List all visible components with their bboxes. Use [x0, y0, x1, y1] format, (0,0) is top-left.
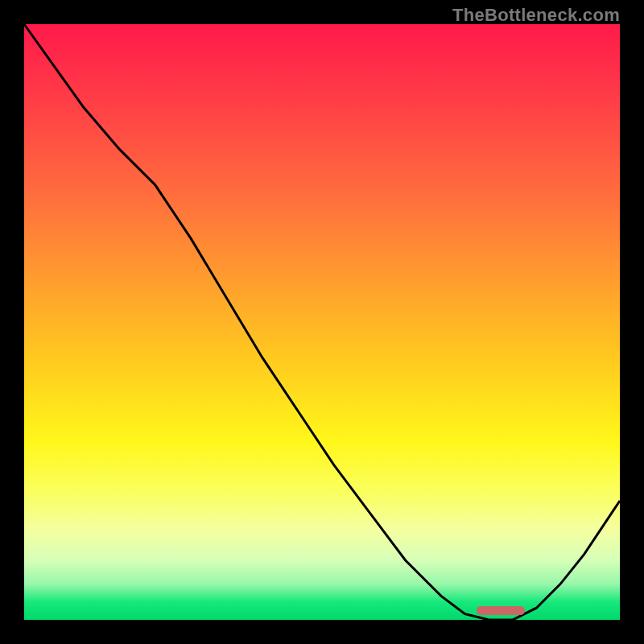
optimum-marker — [477, 606, 524, 615]
curve-path — [24, 24, 620, 620]
curve-svg — [24, 24, 620, 620]
plot-area — [24, 24, 620, 620]
chart-container: TheBottleneck.com — [0, 0, 644, 644]
attribution-text: TheBottleneck.com — [452, 5, 620, 26]
